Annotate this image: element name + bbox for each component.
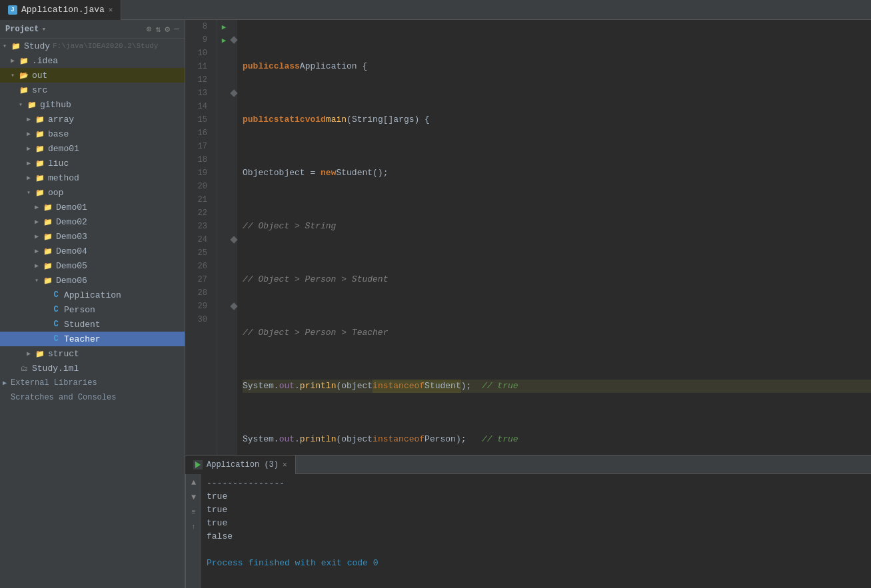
gutter-empty [217, 113, 231, 127]
tree-label: Study [24, 41, 50, 51]
tree-item-Demo05[interactable]: ▶ 📁 Demo05 [0, 258, 185, 273]
gutter-empty [217, 233, 231, 246]
folder-icon: 📁 [35, 129, 45, 139]
console-scroll-down-btn[interactable]: ▼ [188, 491, 200, 503]
ln-25: 25 [185, 246, 211, 260]
folder-icon: 📁 [27, 99, 37, 110]
bookmark-empty [231, 166, 237, 180]
console-line-separator: --------------- [207, 477, 866, 490]
bookmark-empty [231, 140, 237, 153]
console-output: --------------- true true true false Pro… [207, 477, 866, 585]
iml-icon: 🗂 [19, 363, 29, 374]
ln-13: 13 [185, 87, 211, 100]
console-close-icon[interactable]: ✕ [283, 460, 287, 469]
folder-open-icon: 📂 [19, 70, 29, 81]
console-scroll-up-btn[interactable]: ▲ [188, 477, 200, 489]
code-editor[interactable]: 8 9 10 11 12 13 14 15 16 17 18 19 20 21 … [185, 20, 871, 455]
tree-arrow: ▶ [35, 203, 43, 211]
tree-item-study-iml[interactable]: 🗂 Study.iml [0, 361, 185, 376]
tree-item-study[interactable]: ▾ 📁 Study F:\java\IDEA2020.2\Study [0, 39, 185, 53]
editor-tab-application[interactable]: J Application.java ✕ [0, 0, 121, 20]
console-line-process: Process finished with exit code 0 [207, 557, 866, 570]
gutter-empty [217, 300, 231, 313]
tree-item-liuc[interactable]: ▶ 📁 liuc [0, 156, 185, 170]
tree-item-Student[interactable]: C Student [0, 317, 185, 332]
run-btn-8[interactable]: ▶ [217, 20, 231, 33]
console-content: --------------- true true true false Pro… [201, 474, 871, 588]
gutter-empty [217, 73, 231, 87]
tab-close-icon[interactable]: ✕ [109, 5, 113, 14]
tree-path: F:\java\IDEA2020.2\Study [53, 42, 158, 50]
tree-label: Scratches and Consoles [11, 393, 116, 402]
bookmark-empty [231, 100, 237, 113]
sidebar-header: Project ▾ ⊕ ⇅ ⚙ — [0, 20, 185, 39]
tree-label: Demo03 [56, 232, 87, 242]
ln-22: 22 [185, 206, 211, 220]
console-tab-label: Application (3) [207, 460, 279, 469]
java-class-icon: C [51, 304, 61, 315]
sidebar-locate-icon[interactable]: ⊕ [147, 24, 152, 35]
tree-item-base[interactable]: ▶ 📁 base [0, 127, 185, 141]
tree-item-Demo01[interactable]: ▶ 📁 Demo01 [0, 200, 185, 214]
console-tab-application[interactable]: Application (3) ✕ [185, 455, 296, 474]
ln-27: 27 [185, 273, 211, 286]
ln-14: 14 [185, 100, 211, 113]
bookmark-diamond [230, 36, 237, 43]
tree-item-Demo06[interactable]: ▾ 📁 Demo06 [0, 273, 185, 288]
sidebar-icons: ⊕ ⇅ ⚙ — [147, 24, 179, 35]
sidebar-dropdown-arrow[interactable]: ▾ [41, 25, 46, 33]
sidebar-sort-icon[interactable]: ⇅ [156, 24, 161, 35]
sidebar-minimize-icon[interactable]: — [174, 24, 179, 35]
bookmark-empty [231, 273, 237, 286]
ln-26: 26 [185, 260, 211, 273]
java-class-icon: C [51, 334, 61, 344]
code-line-8: public class Application { [243, 60, 871, 73]
editor-tab-label: Application.java [21, 5, 105, 15]
tree-label: Person [64, 305, 95, 315]
tree-arrow: ▶ [35, 247, 43, 255]
tree-item-Application[interactable]: C Application [0, 288, 185, 302]
console-body: ▲ ▼ ≡ ↑ --------------- true true true f… [185, 474, 871, 588]
sidebar-tree: ▾ 📁 Study F:\java\IDEA2020.2\Study ▶ 📁 .… [0, 39, 185, 588]
ln-19: 19 [185, 166, 211, 180]
console-align-btn[interactable]: ≡ [188, 506, 200, 518]
run-btn-9[interactable]: ▶ [217, 33, 231, 47]
ln-30: 30 [185, 313, 211, 326]
tree-item-Demo03[interactable]: ▶ 📁 Demo03 [0, 229, 185, 244]
tab-bar: J Application.java ✕ [0, 0, 871, 20]
console-line-true1: true [207, 490, 866, 503]
tree-item-out[interactable]: ▾ 📂 out [0, 68, 185, 83]
java-file-icon: J [8, 5, 17, 15]
code-content[interactable]: public class Application { public static… [237, 20, 871, 455]
bookmark-13 [231, 87, 237, 100]
tree-item-demo01[interactable]: ▶ 📁 demo01 [0, 141, 185, 156]
bookmark-gutter [231, 20, 237, 455]
tree-item-Person[interactable]: C Person [0, 302, 185, 317]
tree-label: out [32, 71, 47, 81]
tree-item-src[interactable]: 📁 src [0, 83, 185, 97]
tree-label: Demo05 [56, 261, 87, 271]
folder-icon: 📁 [43, 246, 53, 256]
console-export-btn[interactable]: ↑ [188, 521, 200, 533]
folder-icon: 📁 [43, 260, 53, 271]
sidebar-settings-icon[interactable]: ⚙ [165, 24, 170, 35]
tree-item-github[interactable]: ▾ 📁 github [0, 97, 185, 112]
tree-item-idea[interactable]: ▶ 📁 .idea [0, 53, 185, 68]
tree-item-Demo02[interactable]: ▶ 📁 Demo02 [0, 214, 185, 229]
tree-item-array[interactable]: ▶ 📁 array [0, 112, 185, 127]
ln-12: 12 [185, 73, 211, 87]
tree-item-scratches[interactable]: Scratches and Consoles [0, 390, 185, 405]
tree-item-Demo04[interactable]: ▶ 📁 Demo04 [0, 244, 185, 258]
tree-item-struct[interactable]: ▶ 📁 struct [0, 346, 185, 361]
ln-17: 17 [185, 140, 211, 153]
tree-item-oop[interactable]: ▾ 📁 oop [0, 185, 185, 200]
ln-11: 11 [185, 60, 211, 73]
bookmark-diamond [230, 236, 237, 243]
tree-label: Demo02 [56, 217, 87, 227]
run-icon-svg [193, 460, 203, 469]
tree-item-external-libraries[interactable]: ▶ External Libraries [0, 376, 185, 390]
tree-arrow: ▶ [27, 350, 35, 358]
tree-arrow: ▶ [35, 232, 43, 240]
tree-item-Teacher[interactable]: C Teacher [0, 332, 185, 346]
tree-item-method[interactable]: ▶ 📁 method [0, 170, 185, 185]
